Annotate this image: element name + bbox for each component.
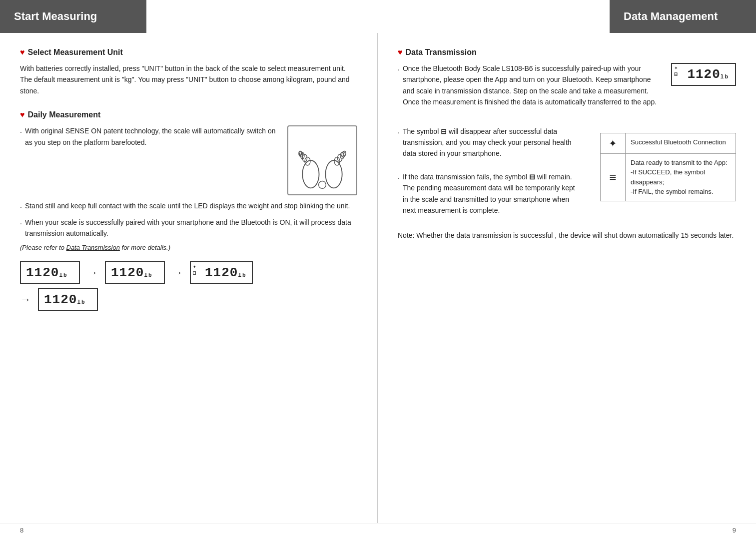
svg-point-6 (325, 160, 342, 188)
data-bullet-2-text: The symbol ⊟ will disappear after succes… (403, 126, 580, 159)
data-display-icons: ✦⊟ (674, 65, 679, 78)
info-text-bt: Successful Bluetooth Connection (626, 133, 731, 153)
section-1-title-text: Select Measurement Unit (28, 48, 123, 57)
bt-symbol: ✦ (609, 137, 617, 149)
section-title-2: ♥ Daily Measurement (20, 110, 357, 119)
right-column: ♥ Data Transmission ✦⊟ 1120 lb · Once th… (378, 33, 756, 523)
section-note: Note: Whether the data transmission is s… (398, 230, 736, 241)
scale-display-row: 1120 lb → 1120 lb → ✦⊟ 1120 lb (20, 261, 357, 284)
bullet-dot-2: · (20, 201, 22, 212)
scale-display-1: 1120 lb (20, 261, 80, 284)
info-text-transmit: Data ready to transmit to the App:-If SU… (626, 154, 736, 201)
header-left: Start Measuring (0, 0, 146, 33)
bt-icon-display: ✦⊟ (193, 263, 197, 276)
section-2-title-text: Daily Measurement (28, 110, 101, 119)
foot-image (287, 125, 357, 195)
daily-bullet-1: · With original SENSE ON patent technolo… (20, 125, 277, 148)
scale-display-2: 1120 lb (105, 261, 165, 284)
foot-svg (292, 130, 352, 190)
header-left-title: Start Measuring (14, 10, 97, 23)
unit-lb-4: lb (77, 299, 85, 305)
heart-icon-3: ♥ (398, 48, 403, 57)
daily-bullet-1-text: With original SENSE ON patent technology… (25, 125, 277, 148)
info-table-container: ✦ Successful Bluetooth Connection ≡ Data… (590, 126, 736, 201)
section-1-content: With batteries correctly installed, pres… (20, 63, 357, 96)
info-table: ✦ Successful Bluetooth Connection ≡ Data… (600, 133, 736, 201)
data-transmission-content: ✦⊟ 1120 lb · Once the Bluetooth Body Sca… (398, 63, 736, 112)
arrow-1: → (87, 266, 98, 279)
info-row-1: ✦ Successful Bluetooth Connection (601, 133, 736, 154)
section-title-3: ♥ Data Transmission (398, 48, 736, 57)
data-bullet-3-text: If the data transmission fails, the symb… (403, 171, 580, 216)
data-bullet-2: · The symbol ⊟ will disappear after succ… (398, 126, 580, 159)
section-daily-measurement: ♥ Daily Measurement (20, 110, 357, 311)
header-right: Data Management (610, 0, 756, 33)
section-data-transmission: ♥ Data Transmission ✦⊟ 1120 lb · Once th… (398, 48, 736, 112)
main-content: ♥ Select Measurement Unit With batteries… (0, 33, 756, 523)
note-text: Note: Whether the data transmission is s… (398, 230, 736, 241)
scale-num-2: 1120 (111, 265, 144, 280)
scale-num-3: 1120 (205, 265, 238, 280)
section-select-measurement-unit: ♥ Select Measurement Unit With batteries… (20, 48, 357, 96)
unit-lb-2: lb (144, 272, 152, 278)
section-transmission-symbols: ✦ Successful Bluetooth Connection ≡ Data… (398, 126, 736, 216)
page-number-right: 9 (733, 527, 736, 534)
info-row-2: ≡ Data ready to transmit to the App:-If … (601, 154, 736, 201)
data-bullet-1-text: Once the Bluetooth Body Scale LS108-B6 i… (403, 63, 661, 108)
scale-num-1: 1120 (26, 265, 59, 280)
info-icon-transmit: ≡ (601, 154, 626, 201)
page-header: Start Measuring Data Management (0, 0, 756, 33)
bullet-dot-4: · (398, 64, 400, 108)
left-column: ♥ Select Measurement Unit With batteries… (0, 33, 378, 523)
scale-display-4: 1120 lb (38, 288, 98, 311)
heart-icon-1: ♥ (20, 48, 25, 57)
data-display-num: 1120 (687, 67, 720, 82)
bullet-dot-1: · (20, 126, 22, 148)
arrow-2: → (172, 266, 183, 279)
svg-point-12 (319, 181, 326, 189)
unit-lb-3: lb (238, 272, 246, 278)
header-center (146, 0, 610, 33)
daily-bullet-3-text: When your scale is successfully paired w… (25, 217, 357, 239)
heart-icon-2: ♥ (20, 110, 25, 119)
daily-measurement-content: · With original SENSE ON patent technolo… (20, 125, 357, 200)
section-title-1: ♥ Select Measurement Unit (20, 48, 357, 57)
data-transmission-link[interactable]: Data Transmission (66, 244, 120, 251)
arrow-3: → (20, 293, 31, 306)
header-right-title: Data Management (624, 10, 718, 23)
page-number-left: 8 (20, 527, 23, 534)
info-text-transmit-label: Data ready to transmit to the App:-If SU… (631, 159, 728, 196)
data-bullet-1: · Once the Bluetooth Body Scale LS108-B6… (398, 63, 661, 108)
scale-num-4: 1120 (44, 292, 77, 307)
svg-point-0 (302, 160, 319, 188)
data-bullet-3: · If the data transmission fails, the sy… (398, 171, 580, 216)
daily-bullet-3: · When your scale is successfully paired… (20, 217, 357, 239)
daily-note: (Please refer to Data Transmission for m… (20, 243, 357, 253)
bullet-dot-3: · (20, 218, 22, 239)
page-footer: 8 9 (0, 523, 756, 537)
scale-display-3: ✦⊟ 1120 lb (190, 261, 253, 284)
bullet-dot-6: · (398, 172, 400, 216)
daily-bullet-2-text: Stand still and keep full contact with t… (25, 200, 350, 212)
data-display-right: ✦⊟ 1120 lb (671, 63, 736, 86)
info-text-bt-label: Successful Bluetooth Connection (631, 138, 726, 146)
transmit-symbol: ≡ (609, 170, 616, 184)
daily-bullet-2: · Stand still and keep full contact with… (20, 200, 357, 212)
unit-lb-1: lb (59, 272, 67, 278)
scale-display-row-2: → 1120 lb (20, 288, 357, 311)
data-display-unit: lb (721, 74, 729, 80)
bullet-dot-5: · (398, 127, 400, 159)
section-3-title-text: Data Transmission (406, 48, 477, 57)
info-icon-bt: ✦ (601, 133, 626, 153)
